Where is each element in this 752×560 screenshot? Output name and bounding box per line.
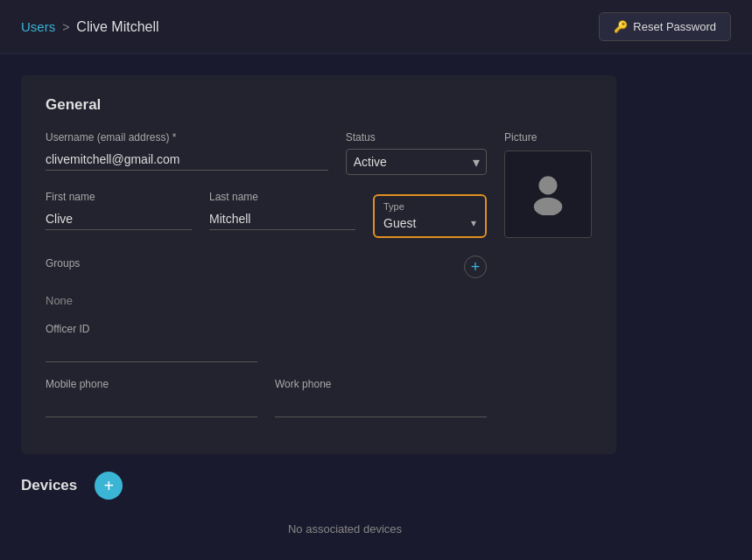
officer-id-group: Officer ID: [46, 323, 257, 362]
work-phone-label: Work phone: [275, 378, 487, 390]
main-content: General Username (email address) * Statu…: [0, 54, 752, 560]
groups-label: Groups: [46, 257, 453, 270]
breadcrumb-separator: >: [62, 20, 69, 34]
header: Users > Clive Mitchell 🔑 Reset Password: [0, 0, 752, 54]
picture-label: Picture: [504, 131, 592, 144]
breadcrumb-users-link[interactable]: Users: [21, 19, 55, 34]
key-icon: 🔑: [614, 20, 628, 33]
username-group: Username (email address) *: [46, 131, 328, 171]
svg-point-0: [538, 176, 557, 194]
officer-id-row: Officer ID: [46, 323, 487, 362]
groups-group: Groups: [46, 257, 453, 275]
mobile-phone-group: Mobile phone: [46, 378, 257, 417]
add-device-button[interactable]: +: [95, 472, 123, 500]
breadcrumb-current-page: Clive Mitchell: [76, 19, 158, 35]
type-select-wrapper: Guest Admin User: [383, 215, 476, 231]
officer-id-input[interactable]: [46, 340, 257, 362]
lastname-input[interactable]: [209, 208, 355, 230]
devices-title: Devices: [21, 477, 77, 494]
work-phone-group: Work phone: [275, 378, 487, 417]
username-input[interactable]: [46, 149, 328, 171]
status-select-wrapper: Active Inactive: [346, 149, 487, 175]
groups-none-value: None: [46, 294, 487, 307]
mobile-phone-label: Mobile phone: [46, 378, 257, 390]
groups-row: Groups +: [46, 254, 487, 278]
type-select[interactable]: Guest Admin User: [383, 216, 476, 230]
picture-section: Picture: [504, 131, 592, 433]
firstname-group: First name: [46, 191, 192, 230]
svg-point-1: [534, 198, 563, 215]
general-body: Username (email address) * Status Active…: [46, 131, 592, 433]
picture-box[interactable]: [504, 150, 592, 238]
name-type-row: First name Last name Type Guest: [46, 191, 487, 238]
status-select[interactable]: Active Inactive: [346, 149, 487, 175]
username-label: Username (email address) *: [46, 131, 328, 144]
type-dropdown-container: Type Guest Admin User: [373, 191, 487, 238]
status-group: Status Active Inactive: [346, 131, 487, 175]
firstname-label: First name: [46, 191, 192, 203]
add-group-button[interactable]: +: [464, 256, 487, 278]
reset-password-label: Reset Password: [633, 20, 716, 33]
reset-password-button[interactable]: 🔑 Reset Password: [599, 12, 731, 41]
general-section-title: General: [46, 96, 592, 114]
lastname-group: Last name: [209, 191, 355, 230]
officer-id-label: Officer ID: [46, 323, 257, 335]
lastname-label: Last name: [209, 191, 355, 203]
type-label: Type: [383, 201, 476, 212]
general-form: Username (email address) * Status Active…: [46, 131, 487, 433]
no-devices-text: No associated devices: [21, 514, 616, 544]
avatar-icon: [525, 170, 571, 219]
devices-header: Devices +: [21, 472, 616, 500]
status-label: Status: [346, 131, 487, 144]
general-card: General Username (email address) * Statu…: [21, 75, 616, 454]
username-status-row: Username (email address) * Status Active…: [46, 131, 487, 175]
type-wrapper: Type Guest Admin User: [373, 194, 487, 238]
mobile-phone-input[interactable]: [46, 396, 257, 417]
breadcrumb: Users > Clive Mitchell: [21, 19, 159, 35]
firstname-input[interactable]: [46, 208, 192, 230]
devices-section: Devices + No associated devices: [21, 472, 616, 544]
phones-row: Mobile phone Work phone: [46, 378, 487, 417]
work-phone-input[interactable]: [275, 396, 487, 417]
